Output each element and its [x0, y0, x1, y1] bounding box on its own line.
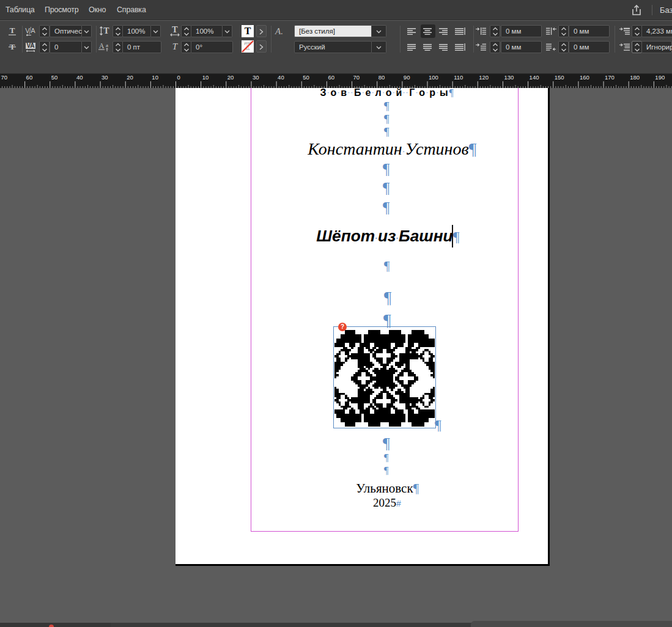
svg-text:60: 60: [328, 74, 334, 81]
svg-text:110: 110: [454, 74, 463, 81]
svg-text:0: 0: [177, 74, 180, 81]
svg-text:T: T: [103, 26, 109, 35]
svg-text:160: 160: [580, 74, 589, 81]
svg-text:100: 100: [429, 74, 438, 81]
svg-text:50: 50: [51, 74, 58, 81]
svg-text:50: 50: [303, 74, 309, 81]
svg-text:T: T: [172, 42, 179, 51]
svg-text:20: 20: [127, 74, 133, 81]
svg-text:30: 30: [102, 74, 108, 81]
svg-text:70: 70: [353, 74, 360, 81]
svg-text:VA: VA: [26, 42, 34, 49]
svg-text:40: 40: [76, 74, 83, 81]
svg-text:a: a: [106, 42, 108, 48]
svg-text:10: 10: [202, 74, 209, 81]
svg-text:10: 10: [152, 74, 158, 81]
svg-text:120: 120: [479, 74, 489, 81]
svg-text:30: 30: [253, 74, 259, 81]
svg-text:190: 190: [655, 74, 665, 81]
svg-text:170: 170: [605, 74, 615, 81]
svg-text:180: 180: [630, 74, 640, 81]
svg-text:T: T: [10, 26, 15, 35]
svg-text:A: A: [99, 42, 105, 50]
svg-text:90: 90: [404, 74, 410, 81]
svg-text:20: 20: [227, 74, 234, 81]
svg-text:T: T: [172, 26, 178, 34]
svg-text:130: 130: [504, 74, 514, 81]
svg-text:150: 150: [555, 74, 564, 81]
svg-text:70: 70: [1, 74, 7, 81]
svg-text:140: 140: [530, 74, 539, 81]
svg-text:60: 60: [26, 74, 33, 81]
svg-text:80: 80: [378, 74, 385, 81]
svg-text:A: A: [31, 27, 35, 34]
svg-text:40: 40: [278, 74, 284, 81]
